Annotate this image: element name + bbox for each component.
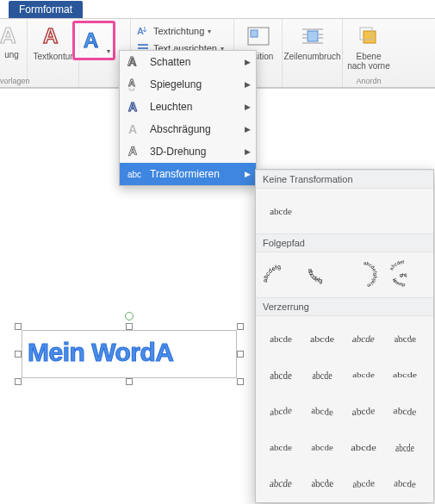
warp-option-19[interactable]: abcde: [384, 465, 426, 501]
zeilenumbruch-label: Zeilenumbruch: [283, 52, 340, 61]
section-follow-path: Folgepfad: [256, 233, 433, 252]
warp-option-17[interactable]: abcde: [301, 464, 345, 502]
bring-forward-icon: [355, 22, 382, 50]
wrap-text-icon: [299, 22, 326, 50]
submenu-arrow-icon: ▶: [245, 58, 251, 66]
section-no-transform: Keine Transformation: [256, 170, 433, 189]
texteffects-icon: A: [81, 28, 107, 53]
chevron-down-icon: ▾: [208, 28, 211, 35]
svg-text:A: A: [128, 122, 137, 136]
svg-text:A: A: [128, 145, 137, 159]
svg-text:A: A: [127, 55, 136, 68]
svg-rect-5: [138, 47, 148, 49]
menu-transformieren[interactable]: abc Transformieren▶: [120, 163, 256, 185]
warp-option-7[interactable]: abcde: [383, 361, 427, 389]
warp-option-9[interactable]: abcde: [302, 392, 342, 431]
resize-handle[interactable]: [237, 323, 244, 330]
svg-text:abcdefg: abcdefg: [264, 264, 281, 283]
warp-option-18[interactable]: abcde: [343, 465, 384, 501]
svg-text:klmnop: klmnop: [392, 278, 406, 287]
submenu-arrow-icon: ▶: [245, 147, 251, 156]
resize-handle[interactable]: [15, 351, 22, 358]
group-arrange-label: Anordn: [356, 77, 381, 85]
textrichtung-button[interactable]: A Textrichtung ▾: [136, 22, 211, 40]
resize-handle[interactable]: [126, 323, 133, 330]
svg-text:A: A: [43, 24, 58, 47]
truncated-label: ung: [4, 50, 19, 59]
warp-option-11[interactable]: abcde: [383, 392, 427, 429]
tab-formformat[interactable]: Formformat: [9, 1, 83, 18]
zeilenumbruch-button[interactable]: Zeilenumbruch: [284, 22, 341, 61]
menu-schatten[interactable]: AA Schatten▶: [120, 51, 256, 73]
section-warp: Verzerrung: [256, 297, 433, 316]
warp-option-6[interactable]: abcde: [344, 361, 383, 389]
follow-path-circle[interactable]: abcdefghijklm: [344, 258, 383, 292]
dropdown-caret-icon: ▾: [107, 47, 110, 55]
warp-option-15[interactable]: abcde: [388, 427, 421, 467]
textrichtung-label: Textrichtung: [153, 26, 204, 36]
warp-option-5[interactable]: abcde: [304, 354, 339, 395]
svg-rect-8: [251, 30, 258, 37]
shadow-icon: AA: [127, 55, 144, 69]
svg-text:ghij: ghij: [400, 272, 407, 277]
menu-spiegelung[interactable]: AA Spiegelung▶: [120, 73, 256, 96]
menu-abschraegung[interactable]: A Abschrägung▶: [120, 118, 256, 140]
resize-handle[interactable]: [126, 378, 133, 385]
reflection-icon: AA: [127, 78, 144, 91]
resize-handle[interactable]: [237, 351, 244, 358]
svg-text:A: A: [128, 100, 137, 114]
warp-option-8[interactable]: abcde: [261, 392, 301, 431]
glow-icon: AA: [127, 100, 144, 114]
svg-text:A: A: [128, 86, 135, 91]
warp-option-4[interactable]: abcde: [261, 354, 301, 395]
transform-none[interactable]: abcde: [261, 194, 301, 228]
texteffects-button[interactable]: A ▾: [72, 21, 115, 60]
submenu-arrow-icon: ▶: [245, 80, 251, 89]
menu-label: Transformieren: [150, 168, 220, 180]
rotate-handle[interactable]: [125, 312, 134, 320]
svg-text:abc: abc: [127, 170, 141, 179]
follow-path-arch-up[interactable]: abcdefg: [261, 258, 301, 292]
resize-handle[interactable]: [15, 378, 22, 385]
follow-path-button[interactable]: abcdefghijklmnop: [385, 258, 425, 292]
svg-text:A: A: [0, 22, 16, 48]
menu-label: 3D-Drehung: [150, 146, 206, 158]
submenu-arrow-icon: ▶: [245, 170, 251, 178]
warp-option-16[interactable]: abcde: [259, 464, 303, 502]
resize-handle[interactable]: [237, 378, 244, 385]
menu-label: Abschrägung: [150, 123, 211, 135]
texteffects-menu: AA Schatten▶ AA Spiegelung▶ AA Leuchten▶…: [119, 50, 257, 186]
textkontur-label: Textkontur: [33, 52, 72, 61]
submenu-arrow-icon: ▶: [245, 125, 251, 134]
menu-3d-drehung[interactable]: A 3D-Drehung▶: [120, 140, 256, 163]
ebene-button[interactable]: Ebene nach vorne: [345, 22, 392, 71]
warp-option-1[interactable]: abcde: [301, 321, 345, 356]
transform-flyout: Keine Transformation abcde Folgepfad abc…: [255, 169, 434, 503]
warp-option-10[interactable]: abcde: [342, 392, 386, 429]
bevel-icon: A: [127, 122, 144, 136]
menu-leuchten[interactable]: AA Leuchten▶: [120, 96, 256, 118]
svg-text:A: A: [137, 26, 144, 36]
warp-option-0[interactable]: abcde: [261, 321, 301, 356]
follow-path-arch-down[interactable]: abcdefg: [302, 258, 342, 292]
warp-option-12[interactable]: abcde: [258, 432, 303, 465]
tab-bar: Formformat: [0, 0, 435, 19]
resize-handle[interactable]: [15, 323, 22, 330]
wordart-object[interactable]: Mein WordA: [22, 330, 237, 378]
position-icon: [245, 22, 272, 50]
warp-option-3[interactable]: abcde: [382, 321, 427, 356]
svg-text:A: A: [84, 28, 99, 52]
svg-rect-16: [364, 31, 376, 43]
group-styles-label: atvorlagen: [0, 77, 30, 85]
transform-icon: abc: [127, 167, 144, 181]
svg-text:abcdefghijklm: abcdefghijklm: [364, 260, 378, 289]
text-direction-icon: A: [136, 24, 150, 38]
warp-option-14[interactable]: abcde: [341, 432, 387, 463]
warp-option-13[interactable]: abcde: [300, 429, 345, 462]
textkontur-button[interactable]: A Textkontur: [30, 22, 77, 61]
menu-label: Spiegelung: [150, 78, 202, 90]
warp-option-2[interactable]: abcde: [340, 321, 386, 356]
wordart-styles-truncated: A: [1, 22, 23, 50]
rotation-icon: A: [127, 145, 144, 159]
menu-label: Schatten: [150, 56, 190, 68]
